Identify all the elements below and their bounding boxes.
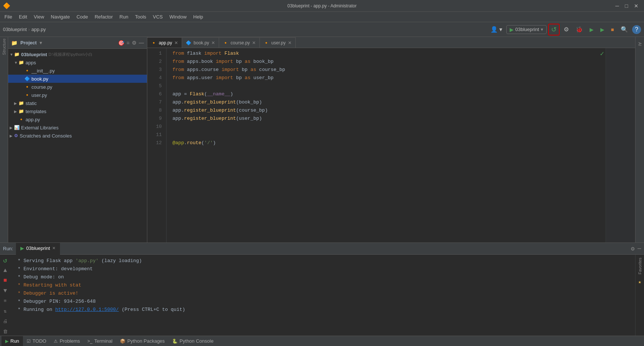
project-settings-icon[interactable]: ⚙ [132, 40, 137, 46]
tab-user-py-close[interactable]: ✕ [288, 40, 292, 45]
ai-assistant-panel[interactable]: AI [637, 40, 643, 48]
tree-item-course[interactable]: 🔸 course.py [8, 83, 147, 91]
menu-edit[interactable]: Edit [16, 13, 30, 21]
debug-button[interactable]: 🐞 [573, 24, 586, 34]
tree-item-templates[interactable]: ▶ 📁 templates [8, 107, 147, 115]
right-sidebar: AI [635, 37, 644, 242]
scroll-up-icon[interactable]: ▲ [1, 267, 9, 275]
run-with-coverage-button[interactable]: ▶ [587, 25, 596, 34]
menu-view[interactable]: View [31, 13, 47, 21]
tree-item-static[interactable]: ▶ 📁 static [8, 99, 147, 107]
favorites-bar: Favorites ★ [635, 255, 644, 336]
minimize-button[interactable]: ─ [613, 1, 622, 10]
menu-vcs[interactable]: VCS [150, 13, 166, 21]
btoolbar-tab-terminal[interactable]: >_ Terminal [84, 336, 116, 346]
btoolbar-tab-python-packages[interactable]: 📦 Python Packages [116, 336, 168, 346]
menu-navigate[interactable]: Navigate [48, 13, 73, 21]
structure-label[interactable]: Structure [2, 38, 6, 55]
clear-output-icon[interactable]: 🗑 [1, 328, 9, 336]
breadcrumb-file[interactable]: app.py [31, 27, 46, 32]
tab-book-py[interactable]: 🔷 book.py ✕ [182, 37, 219, 48]
btoolbar-python-console-icon: 🐍 [172, 339, 178, 344]
init-py-icon: 🔸 [24, 68, 30, 73]
run-tab-icon: ▶ [20, 245, 24, 251]
scratches-expand-arrow: ▶ [10, 134, 14, 138]
tree-item-user[interactable]: 🔸 user.py [8, 91, 147, 99]
tab-app-py[interactable]: 🔸 app.py ✕ [147, 37, 182, 48]
code-content[interactable]: from flask import Flask from apps.book i… [167, 48, 594, 242]
tree-item-apps[interactable]: ▼ 📁 apps [8, 58, 147, 67]
tree-item-external-libs[interactable]: ▶ 📊 External Libraries [8, 123, 147, 132]
run-label: Run: [3, 246, 16, 251]
rerun-button[interactable]: ↺ [548, 24, 560, 35]
static-expand-arrow: ▶ [14, 101, 19, 105]
btoolbar-problems-label: Problems [60, 338, 80, 344]
btoolbar-python-console-label: Python Console [180, 338, 214, 344]
tree-item-book[interactable]: 🔷 book.py [8, 75, 147, 83]
sort-output-icon[interactable]: ⇅ [1, 307, 9, 315]
toolbar: 03blueprint › app.py 👤 ▾ ▶ 03blueprint ▾… [0, 22, 644, 37]
stop-button[interactable]: ■ [608, 25, 617, 34]
btoolbar-tab-problems[interactable]: ⚠ Problems [50, 336, 84, 346]
print-icon[interactable]: 🖨 [1, 318, 9, 326]
close-button[interactable]: ✕ [631, 1, 641, 10]
run-tab[interactable]: ▶ 03blueprint ✕ [16, 243, 60, 255]
favorites-star-icon[interactable]: ★ [637, 277, 643, 286]
tree-item-init[interactable]: 🔸 __init__.py [8, 67, 147, 75]
wrap-output-icon[interactable]: ≡ [1, 297, 9, 305]
favorites-label[interactable]: Favorites [637, 255, 643, 277]
ext-libs-label: External Libraries [21, 125, 58, 130]
btoolbar-tab-python-console[interactable]: 🐍 Python Console [168, 336, 217, 346]
menu-window[interactable]: Window [167, 13, 189, 21]
btoolbar-run-label: Run [10, 338, 19, 344]
menu-tools[interactable]: Tools [132, 13, 149, 21]
btoolbar-todo-icon: ☑ [27, 339, 31, 344]
stop-run-icon[interactable]: ■ [1, 277, 9, 285]
code-editor: 1 2 3 4 5 6 7 8 9 10 11 12 from flask im… [147, 48, 635, 242]
menu-run[interactable]: Run [117, 13, 131, 21]
run-panel-settings-icon[interactable]: ⚙ [631, 245, 635, 252]
root-name: 03blueprint [21, 52, 47, 57]
tab-user-py[interactable]: 🔸 user.py ✕ [260, 37, 296, 48]
rerun-icon[interactable]: ↺ [1, 256, 9, 264]
breadcrumb-project[interactable]: 03blueprint [3, 27, 27, 32]
profile-button[interactable]: 👤 ▾ [488, 24, 505, 34]
btoolbar-python-packages-label: Python Packages [127, 338, 165, 344]
scroll-down-icon[interactable]: ▼ [1, 287, 9, 295]
flask-url-link[interactable]: http://127.0.0.1:5000/ [55, 307, 119, 312]
menu-file[interactable]: File [1, 13, 15, 21]
app-py-label: app.py [26, 117, 40, 122]
help-update-button[interactable]: ? [632, 25, 641, 34]
run-panel-content: ↺ ▲ ■ ▼ ≡ ⇅ 🖨 🗑 * Serving Flask app 'app… [0, 255, 644, 336]
restore-button[interactable]: □ [623, 1, 631, 10]
build-settings-button[interactable]: ⚙ [561, 24, 571, 34]
locate-in-tree-icon[interactable]: 🎯 [118, 40, 124, 46]
tab-book-py-icon: 🔷 [186, 40, 191, 45]
minimize-panel-icon[interactable]: — [139, 40, 144, 46]
tree-item-scratches[interactable]: ▶ ⚙ Scratches and Consoles [8, 132, 147, 140]
collapse-all-icon[interactable]: ≡ [127, 40, 130, 46]
btoolbar-tab-run[interactable]: ▶ Run [1, 336, 23, 346]
btoolbar-tab-todo[interactable]: ☑ TODO [23, 336, 50, 346]
window-title: 03blueprint - app.py - Administrator [288, 3, 357, 9]
run-panel-minimize-icon[interactable]: — [637, 245, 641, 252]
tree-item-app-py[interactable]: 🔸 app.py [8, 115, 147, 123]
tab-course-py[interactable]: 🔸 course.py ✕ [219, 37, 260, 48]
menu-code[interactable]: Code [74, 13, 91, 21]
run-output-line-5: * Debugger is active! [15, 289, 631, 298]
project-dropdown-arrow[interactable]: ▾ [40, 40, 42, 45]
tab-app-py-close[interactable]: ✕ [174, 40, 178, 45]
run-config-dropdown-arrow: ▾ [541, 27, 543, 32]
menu-refactor[interactable]: Refactor [92, 13, 116, 21]
run-output-line-1: * Serving Flask app 'app.py' (lazy loadi… [15, 257, 631, 265]
tab-course-py-close[interactable]: ✕ [252, 40, 256, 45]
tab-book-py-close[interactable]: ✕ [211, 40, 215, 45]
menu-help[interactable]: Help [190, 13, 206, 21]
code-line-7: app.register_blueprint(book_bp) [172, 98, 594, 106]
profile-run-button[interactable]: ▶ [598, 25, 607, 34]
code-line-10 [172, 123, 594, 131]
run-config-dropdown[interactable]: ▶ 03blueprint ▾ [506, 25, 546, 34]
run-tab-close[interactable]: ✕ [52, 246, 56, 251]
tree-root[interactable]: ▼ 📁 03blueprint D:\视频课程\python\小白 [8, 50, 147, 58]
search-button[interactable]: 🔍 [618, 24, 631, 34]
